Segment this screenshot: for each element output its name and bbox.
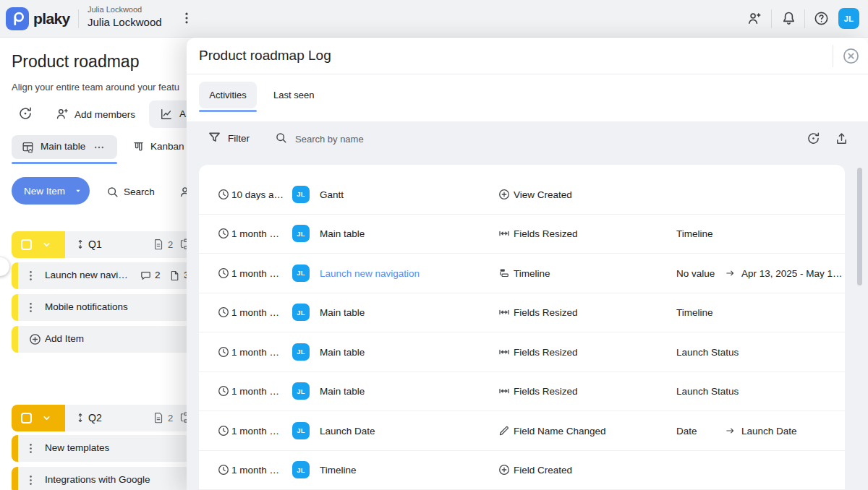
clock-icon (217, 188, 230, 201)
avatar[interactable]: JL (292, 382, 310, 400)
activity-item-name[interactable]: Launch Date (320, 425, 375, 436)
help-icon[interactable] (813, 10, 830, 27)
activity-item-name[interactable]: Main table (320, 346, 365, 357)
log-search-placeholder[interactable]: Search by name (295, 134, 364, 145)
item-label[interactable]: Integrations with Google (45, 474, 150, 485)
group-header-q2[interactable]: Q2 2 (12, 405, 187, 431)
activity-row[interactable]: 1 month … JL Launch Date Field Name Chan… (199, 411, 845, 451)
activity-log-icon[interactable] (17, 106, 33, 121)
add-item-row[interactable]: Add Item (12, 326, 187, 353)
search-icon[interactable] (106, 185, 119, 199)
plaky-logo-icon[interactable] (6, 7, 29, 30)
avatar[interactable]: JL (292, 304, 310, 321)
group-q1-name[interactable]: Q1 (88, 238, 102, 250)
add-members-label[interactable]: Add members (75, 109, 135, 120)
filter-label[interactable]: Filter (228, 133, 250, 144)
files-icon[interactable] (169, 270, 181, 282)
avatar[interactable]: JL (292, 225, 310, 242)
avatar[interactable]: JL (292, 422, 310, 439)
analytics-button[interactable]: A (149, 100, 187, 128)
item-color-strip (12, 467, 18, 490)
activity-item-name[interactable]: Main table (320, 307, 365, 318)
item-menu-icon[interactable] (24, 269, 38, 283)
activity-time: 1 month … (231, 228, 286, 239)
group-q2-color-block[interactable] (12, 405, 65, 431)
activity-row[interactable]: 1 month … JL Main table Fields Resized T… (199, 215, 845, 254)
activity-row[interactable]: 1 month … JL Launch new navigation Timel… (199, 254, 845, 293)
item-menu-icon[interactable] (24, 301, 38, 314)
activity-detail: Launch Status (676, 386, 739, 397)
kanban-icon (132, 140, 145, 154)
list-item[interactable]: Mobile notifications (12, 294, 187, 321)
filter-icon[interactable] (207, 130, 222, 145)
group-q1-checkbox[interactable] (21, 239, 32, 250)
list-item[interactable]: Launch new navi… 2 3 (12, 262, 187, 289)
tab-kanban-label[interactable]: Kanban (150, 141, 184, 152)
person-filter-icon[interactable] (178, 185, 187, 199)
activity-detail: No value (676, 267, 715, 278)
activity-item-name[interactable]: Gantt (320, 189, 344, 199)
tab-main-table-label: Main table (41, 141, 85, 152)
group-header-q1[interactable]: Q1 2 (12, 231, 187, 258)
group-q1-color-block[interactable] (12, 231, 65, 258)
avatar[interactable]: JL (292, 461, 310, 478)
activity-row[interactable]: 1 month … JL Timeline Field Created (199, 451, 845, 490)
refresh-log-icon[interactable] (806, 131, 821, 146)
activity-row[interactable]: 10 days a… JL Gantt View Created (199, 175, 845, 215)
add-members-icon[interactable] (55, 106, 70, 121)
new-item-button[interactable]: New Item (12, 177, 90, 205)
group-q2-name[interactable]: Q2 (88, 412, 102, 424)
action-icon (498, 424, 511, 437)
comments-icon[interactable] (140, 270, 152, 282)
item-menu-icon[interactable] (24, 473, 38, 487)
tab-options-icon[interactable] (93, 141, 106, 154)
user-avatar[interactable]: JL (838, 8, 859, 29)
export-icon[interactable] (834, 131, 849, 146)
new-item-caret-icon[interactable] (72, 185, 84, 197)
tab-activities[interactable]: Activities (199, 82, 257, 108)
action-icon (498, 227, 511, 240)
workspace-name[interactable]: Julia Lockwood (88, 16, 162, 28)
close-icon[interactable] (842, 47, 860, 65)
activity-item-name[interactable]: Main table (320, 228, 365, 239)
activity-detail: Timeline (676, 228, 713, 239)
avatar[interactable]: JL (292, 343, 310, 361)
list-item[interactable]: New templates (12, 435, 187, 462)
activity-row[interactable]: 1 month … JL Main table Fields Resized L… (199, 372, 845, 412)
tab-last-seen[interactable]: Last seen (273, 82, 314, 108)
add-item-label: Add Item (45, 333, 84, 344)
scrollbar-thumb[interactable] (857, 168, 862, 285)
collapse-chevron-icon[interactable] (41, 412, 53, 424)
clock-icon (217, 384, 230, 397)
divider (833, 45, 833, 67)
more-menu-icon[interactable] (179, 10, 195, 26)
item-label[interactable]: Mobile notifications (45, 301, 128, 312)
drag-handle-icon[interactable] (74, 238, 87, 251)
activity-row[interactable]: 1 month … JL Main table Fields Resized T… (199, 293, 845, 333)
activity-time: 1 month … (231, 386, 286, 397)
activity-row[interactable]: 1 month … JL Main table Fields Resized L… (199, 332, 845, 372)
item-label[interactable]: Launch new navi… (45, 270, 128, 280)
clock-icon (217, 463, 230, 476)
item-menu-icon[interactable] (24, 442, 38, 455)
item-label[interactable]: New templates (45, 442, 109, 453)
group-q2-checkbox[interactable] (21, 413, 32, 424)
action-icon (498, 267, 511, 280)
log-search-icon[interactable] (274, 131, 288, 145)
activity-item-name[interactable]: Launch new navigation (320, 267, 420, 278)
activity-log-modal: Product roadmap Log Activities Last seen… (187, 38, 868, 490)
item-color-strip (12, 262, 18, 289)
invite-user-icon[interactable] (746, 10, 763, 27)
list-item[interactable]: Integrations with Google (12, 467, 187, 490)
activity-item-name[interactable]: Main table (320, 386, 365, 397)
activity-item-name[interactable]: Timeline (320, 465, 357, 476)
drag-handle-icon[interactable] (74, 411, 87, 424)
avatar[interactable]: JL (292, 186, 310, 203)
activity-action: Field Name Changed (514, 425, 606, 436)
avatar[interactable]: JL (292, 265, 310, 282)
board-search-label[interactable]: Search (124, 186, 155, 197)
notifications-bell-icon[interactable] (780, 10, 797, 27)
tab-main-table[interactable]: Main table (12, 135, 117, 159)
activity-action: View Created (514, 189, 572, 199)
collapse-chevron-icon[interactable] (41, 238, 53, 251)
